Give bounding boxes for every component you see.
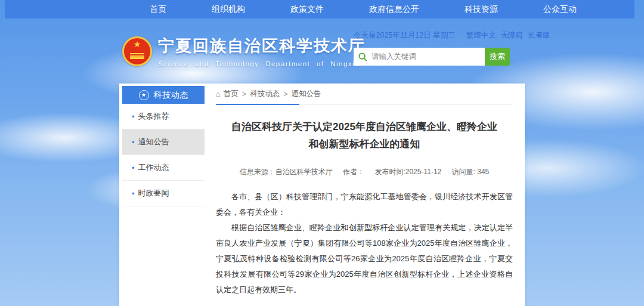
article-paragraph: 各市、县（区）科技管理部门，宁东能源化工基地管委会，银川经济技术开发区管委会，各… xyxy=(216,189,513,220)
breadcrumb-home[interactable]: 首页 xyxy=(224,89,239,99)
sidebar-item-work-news[interactable]: • 工作动态 xyxy=(122,155,205,181)
main-panel: ★ 科技动态 • 头条推荐 • 通知公告 • 工作动态 • 时政要闻 ⌂ 首页 … xyxy=(119,84,525,306)
breadcrumb: ⌂ 首页 > 科技动态 > 通知公告 xyxy=(216,84,513,105)
meta-publish-date: 发布时间:2025-11-12 xyxy=(374,168,441,176)
bullet-icon: • xyxy=(132,163,135,172)
breadcrumb-sci-news[interactable]: 科技动态 xyxy=(250,89,280,99)
site-title: 宁夏回族自治区科学技术厅 xyxy=(158,35,366,57)
nav-item-sci-resources[interactable]: 科技资源 xyxy=(442,0,521,18)
meta-author: 作者： xyxy=(343,168,364,176)
home-icon: ⌂ xyxy=(216,89,221,98)
nav-item-home[interactable]: 首页 xyxy=(127,0,189,18)
current-date: 今天是2025年11月12日 星期三 xyxy=(354,30,456,41)
site-header: ★ 宁夏回族自治区科学技术厅 Science and Technology De… xyxy=(0,18,644,84)
nav-item-gov-info[interactable]: 政府信息公开 xyxy=(346,0,442,18)
bullet-icon: • xyxy=(132,189,135,198)
article-title: 自治区科技厅关于认定2025年度自治区雏鹰企业、瞪羚企业 和创新型标杆企业的通知 xyxy=(216,118,513,153)
header-utilities: 今天是2025年11月12日 星期三 繁體中文 无障碍 长者版 搜索 xyxy=(354,30,521,66)
sidebar-title: 科技动态 xyxy=(154,89,188,101)
sidebar-item-politics-news[interactable]: • 时政要闻 xyxy=(122,181,205,206)
site-subtitle: Science and Technology Department of Nin… xyxy=(158,60,366,67)
bullet-icon: • xyxy=(132,138,135,147)
search-icon xyxy=(358,52,367,61)
sidebar: ★ 科技动态 • 头条推荐 • 通知公告 • 工作动态 • 时政要闻 xyxy=(119,84,206,306)
site-brand[interactable]: ★ 宁夏回族自治区科学技术厅 Science and Technology De… xyxy=(122,35,366,67)
sidebar-item-notices[interactable]: • 通知公告 xyxy=(122,129,205,155)
sidebar-item-headlines[interactable]: • 头条推荐 xyxy=(122,104,205,129)
meta-source: 信息来源：自治区科学技术厅 xyxy=(240,168,333,176)
link-accessibility[interactable]: 无障碍 xyxy=(501,30,524,41)
article-content-area: ⌂ 首页 > 科技动态 > 通知公告 自治区科技厅关于认定2025年度自治区雏鹰… xyxy=(206,84,525,306)
nav-item-organization[interactable]: 组织机构 xyxy=(189,0,268,18)
bullet-icon: • xyxy=(132,112,135,121)
national-emblem-logo: ★ xyxy=(122,36,152,66)
meta-visits: 访问量: 345 xyxy=(452,168,490,176)
article-body: 各市、县（区）科技管理部门，宁东能源化工基地管委会，银川经济技术开发区管委会，各… xyxy=(216,189,513,298)
top-navigation: 首页 组织机构 政策文件 政府信息公开 科技资源 公众互动 xyxy=(5,0,634,18)
search-box xyxy=(354,48,485,66)
article-meta: 信息来源：自治区科学技术厅 作者： 发布时间:2025-11-12 访问量: 3… xyxy=(216,167,513,177)
search-input[interactable] xyxy=(371,52,480,61)
nav-item-public-interaction[interactable]: 公众互动 xyxy=(521,0,599,18)
link-traditional-chinese[interactable]: 繁體中文 xyxy=(466,30,496,41)
nav-item-policy[interactable]: 政策文件 xyxy=(268,0,346,18)
article-paragraph: 根据自治区雏鹰企业、瞪羚企业和创新型标杆企业认定管理有关规定，决定认定半亩良人农… xyxy=(216,220,513,298)
sci-news-icon: ★ xyxy=(139,90,149,100)
breadcrumb-notices[interactable]: 通知公告 xyxy=(291,89,321,99)
search-button[interactable]: 搜索 xyxy=(485,48,510,66)
link-elder-version[interactable]: 长者版 xyxy=(528,30,550,41)
sidebar-header: ★ 科技动态 xyxy=(122,86,205,104)
